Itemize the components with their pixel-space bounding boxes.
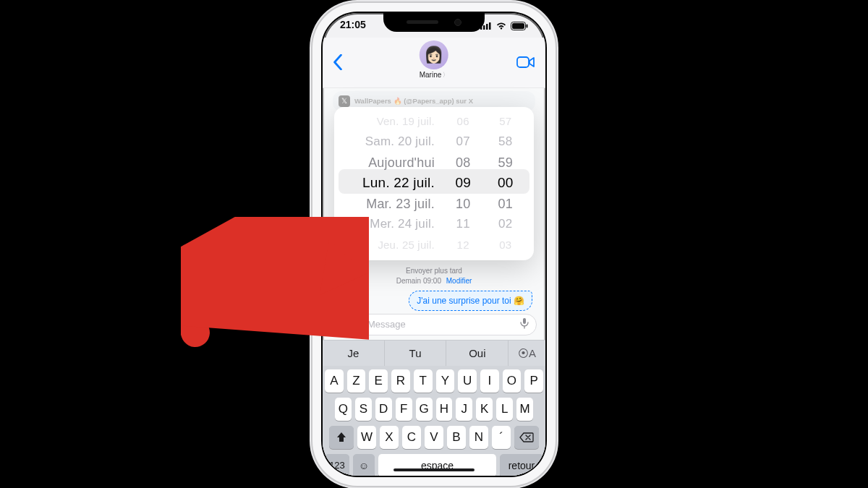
contact-name-label: Marine [420,71,442,79]
picker-minute-option[interactable]: 02 [484,214,527,235]
picker-day-option[interactable]: Aujourd'hui [341,153,435,174]
picker-minute-option[interactable]: 59 [484,153,527,174]
key-letter[interactable]: Q [335,398,352,421]
message-input[interactable]: iMessage [357,314,537,335]
key-letter[interactable]: B [447,426,466,449]
picker-day-option[interactable]: Mar. 23 juil. [341,194,435,215]
message-placeholder: iMessage [365,319,406,330]
key-letter[interactable]: M [516,398,533,421]
keyboard-row-4: 123 ☺ espace retour [325,454,543,476]
picker-hour-option[interactable]: 07 [442,132,485,153]
datetime-picker[interactable]: Ven. 19 juil. Sam. 20 juil. Aujourd'hui … [334,107,534,260]
picker-minute-option[interactable]: 58 [484,132,527,153]
picker-day-option[interactable]: Sam. 20 juil. [341,132,435,153]
svg-rect-7 [512,23,524,29]
keyboard-row-3: W X C V B N ´ [325,426,543,449]
key-letter[interactable]: R [391,369,410,393]
key-letter[interactable]: C [402,426,421,449]
key-letter[interactable]: I [480,369,499,393]
picker-hour-option[interactable]: 09 [442,173,485,194]
key-letter[interactable]: D [375,398,392,421]
key-letter[interactable]: X [380,426,399,449]
send-later-title: Envoyer plus tard [323,266,545,276]
picker-minute-option[interactable]: 57 [484,111,527,132]
send-later-time: Demain 09:00 [396,277,441,285]
send-later-edit-button[interactable]: Modifier [446,277,472,285]
conversation-header: 👩🏻 Marine〉 [323,38,545,88]
picker-day-option[interactable]: Ven. 19 juil. [341,111,435,132]
iphone-frame: 21:05 👩🏻 Marine〉 𝕏 WallPapers 🔥 (@Papers… [323,13,545,476]
attach-button[interactable]: ＋ [331,314,352,335]
svg-rect-8 [527,24,528,27]
picker-day-option[interactable]: Lun. 22 juil. [341,173,435,194]
key-letter[interactable]: N [469,426,488,449]
keyboard-row-1: A Z E R T Y U I O P [325,369,543,393]
contact-avatar: 👩🏻 [420,40,448,69]
picker-minute-option[interactable]: 00 [484,173,527,194]
svg-rect-10 [523,318,526,324]
picker-hour-wheel[interactable]: 06 07 08 09 10 11 12 [442,111,485,256]
home-indicator[interactable] [393,468,475,471]
picker-minute-option[interactable]: 01 [484,194,527,215]
key-letter[interactable]: U [458,369,477,393]
picker-minute-wheel[interactable]: 57 58 59 00 01 02 03 [484,111,527,256]
predictive-suggestion[interactable]: Je [323,341,385,366]
picker-day-wheel[interactable]: Ven. 19 juil. Sam. 20 juil. Aujourd'hui … [341,111,442,256]
key-letter[interactable]: K [476,398,493,421]
key-letter[interactable]: J [456,398,472,421]
predictive-bar: Je Tu Oui ⦿A [323,340,545,366]
key-numbers[interactable]: 123 [325,454,349,476]
picker-hour-option[interactable]: 10 [442,194,485,215]
key-letter[interactable]: H [436,398,453,421]
key-letter[interactable]: S [355,398,372,421]
key-letter[interactable]: L [496,398,513,421]
dictation-inline-icon[interactable] [520,317,529,331]
key-letter[interactable]: W [357,426,376,449]
key-return[interactable]: retour [500,454,543,476]
composer-bar: ＋ iMessage [331,312,537,337]
key-letter[interactable]: O [503,369,522,393]
svg-rect-4 [486,24,488,30]
scheduled-message-bubble[interactable]: J'ai une surprise pour toi 🤗 [409,291,532,311]
key-backspace[interactable] [514,426,539,449]
predictive-suggestion[interactable]: Tu [385,341,447,366]
svg-rect-5 [489,22,491,30]
battery-icon [511,22,528,30]
key-letter[interactable]: Z [347,369,366,393]
svg-rect-9 [517,57,529,67]
status-time: 21:05 [340,19,366,33]
picker-hour-option[interactable]: 08 [442,153,485,174]
send-later-label: Envoyer plus tard Demain 09:00 Modifier [323,266,545,286]
key-letter[interactable]: Y [436,369,455,393]
picker-day-option[interactable]: Jeu. 25 juil. [341,235,435,256]
key-letter[interactable]: P [524,369,543,393]
keyboard: A Z E R T Y U I O P Q S D F G H J K L M [323,366,545,476]
wifi-icon [495,22,507,30]
chevron-left-icon [333,54,343,70]
key-space[interactable]: espace [378,454,496,476]
picker-hour-option[interactable]: 11 [442,214,485,235]
video-icon [516,56,535,69]
predictive-suggestion[interactable]: Oui [446,341,509,366]
picker-day-option[interactable]: Mer. 24 juil. [341,214,435,235]
shift-icon [336,432,347,443]
facetime-button[interactable] [516,56,535,69]
key-letter[interactable]: G [416,398,433,421]
picker-hour-option[interactable]: 12 [442,235,485,256]
picker-minute-option[interactable]: 03 [484,235,527,256]
status-icons [480,19,528,33]
key-letter[interactable]: ´ [492,426,511,449]
key-letter[interactable]: V [425,426,443,449]
svg-rect-3 [483,25,485,30]
key-letter[interactable]: F [396,398,412,421]
back-button[interactable] [333,54,343,70]
key-letter[interactable]: T [414,369,433,393]
predictive-format-key[interactable]: ⦿A [509,341,545,366]
backspace-icon [519,432,534,442]
picker-hour-option[interactable]: 06 [442,111,485,132]
key-shift[interactable] [329,426,354,449]
key-emoji[interactable]: ☺ [353,454,375,476]
contact-button[interactable]: 👩🏻 Marine〉 [420,40,449,79]
key-letter[interactable]: A [325,369,344,393]
key-letter[interactable]: E [369,369,388,393]
